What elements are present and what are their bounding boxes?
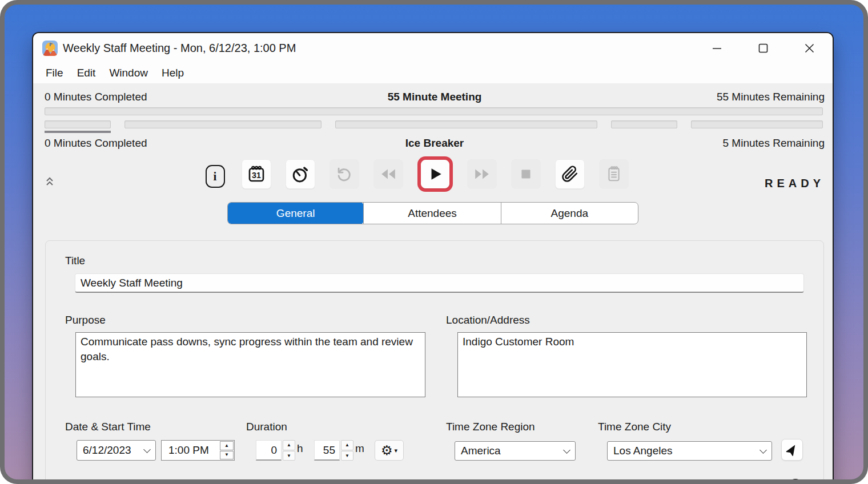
window-controls	[694, 33, 833, 63]
app-window: Weekly Staff Meeting - Mon, 6/12/23, 1:0…	[33, 33, 833, 479]
tz-region-select[interactable]: America	[455, 441, 576, 461]
maximize-button[interactable]	[740, 33, 786, 63]
menu-file[interactable]: File	[39, 65, 70, 81]
info-icon[interactable]: i	[206, 165, 225, 188]
minutes-down-button[interactable]: ▼	[341, 451, 353, 461]
tz-region-value: America	[461, 445, 501, 457]
tab-bar: General Attendees Agenda	[227, 202, 638, 224]
purpose-label: Purpose	[65, 314, 106, 326]
locate-timezone-button[interactable]	[781, 439, 803, 461]
duration-settings-button[interactable]: ⚙ ▾	[375, 440, 404, 461]
duration-hours-stepper[interactable]: 0 ▲ ▼	[256, 440, 295, 461]
chevron-down-icon	[563, 446, 570, 454]
time-down-button[interactable]: ▼	[220, 451, 234, 460]
title-label: Title	[65, 255, 85, 267]
rewind-button[interactable]	[373, 159, 403, 189]
cutoff-button-circle	[788, 479, 803, 479]
menu-help[interactable]: Help	[155, 65, 191, 81]
svg-text:31: 31	[252, 171, 261, 180]
chevron-down-icon	[760, 446, 767, 454]
time-value: 1:00 PM	[162, 441, 219, 460]
caret-down-icon: ▾	[395, 447, 398, 454]
tab-agenda[interactable]: Agenda	[501, 203, 638, 224]
window-title: Weekly Staff Meeting - Mon, 6/12/23, 1:0…	[63, 42, 296, 55]
title-input[interactable]	[75, 273, 804, 293]
date-start-label: Date & Start Time	[65, 421, 151, 433]
segment-bar-4	[691, 120, 823, 128]
segment-bars	[45, 120, 823, 128]
fast-forward-icon	[473, 166, 491, 183]
toolbar: i 31	[33, 156, 833, 192]
stop-icon	[519, 167, 533, 182]
date-value: 6/12/2023	[83, 444, 131, 457]
purpose-textarea[interactable]: Communicate pass downs, sync progress wi…	[75, 332, 425, 397]
segment-bar-2	[335, 120, 597, 128]
meeting-length-label: 55 Minute Meeting	[45, 91, 825, 103]
app-icon	[42, 41, 58, 56]
tz-city-value: Los Angeles	[613, 445, 673, 457]
reset-button[interactable]	[329, 159, 359, 189]
reset-icon	[336, 166, 352, 182]
segment-bar-3	[611, 120, 677, 128]
minutes-up-button[interactable]: ▲	[341, 440, 353, 450]
timer-button[interactable]	[286, 159, 315, 189]
tab-general[interactable]: General	[227, 202, 364, 224]
date-dropdown[interactable]: 6/12/2023	[77, 440, 156, 461]
attachment-button[interactable]	[555, 159, 585, 189]
overall-progress-labels: 0 Minutes Completed 55 Minute Meeting 55…	[45, 90, 825, 104]
tz-city-select[interactable]: Los Angeles	[607, 441, 772, 461]
timer-icon	[291, 165, 310, 183]
status-badge: READY	[765, 177, 825, 190]
screen-frame: Weekly Staff Meeting - Mon, 6/12/23, 1:0…	[0, 0, 868, 484]
segment-progress-labels: 0 Minutes Completed Ice Breaker 5 Minute…	[45, 136, 825, 150]
tz-region-label: Time Zone Region	[446, 421, 535, 433]
duration-hours-value: 0	[256, 440, 282, 461]
time-spinner[interactable]: 1:00 PM ▲ ▼	[161, 440, 235, 461]
paperclip-icon	[561, 166, 578, 183]
minutes-unit-label: m	[355, 442, 364, 455]
tz-city-label: Time Zone City	[598, 421, 671, 433]
notes-icon	[605, 166, 622, 183]
gear-icon: ⚙	[381, 444, 393, 457]
close-button[interactable]	[786, 33, 833, 63]
general-form-panel: Title Purpose Communicate pass downs, sy…	[45, 240, 824, 479]
play-button[interactable]	[421, 160, 449, 188]
calendar-button[interactable]: 31	[242, 159, 271, 189]
notes-button[interactable]	[599, 159, 629, 189]
segment-bar-0	[45, 120, 111, 128]
rewind-icon	[380, 166, 397, 183]
tab-attendees[interactable]: Attendees	[363, 203, 500, 224]
titlebar: Weekly Staff Meeting - Mon, 6/12/23, 1:0…	[33, 33, 833, 63]
time-up-button[interactable]: ▲	[220, 441, 234, 450]
duration-minutes-stepper[interactable]: 55 ▲ ▼	[314, 440, 353, 461]
desktop-background: Weekly Staff Meeting - Mon, 6/12/23, 1:0…	[5, 5, 863, 479]
play-icon	[427, 166, 444, 183]
location-label: Location/Address	[446, 314, 530, 326]
minimize-button[interactable]	[694, 33, 740, 63]
fast-forward-button[interactable]	[467, 159, 497, 189]
play-highlight-ring	[417, 156, 453, 192]
menubar: File Edit Window Help	[33, 63, 833, 83]
segment-name-label: Ice Breaker	[45, 137, 825, 150]
overall-progress-bar	[45, 107, 823, 115]
hours-unit-label: h	[297, 442, 303, 455]
segment-bar-1	[124, 120, 322, 128]
duration-minutes-value: 55	[314, 440, 340, 461]
hours-up-button[interactable]: ▲	[283, 440, 295, 450]
stop-button[interactable]	[511, 159, 541, 189]
location-textarea[interactable]: Indigo Customer Room	[457, 332, 807, 397]
duration-label: Duration	[246, 421, 287, 433]
hours-down-button[interactable]: ▼	[283, 451, 295, 461]
menu-window[interactable]: Window	[102, 65, 155, 81]
navigation-arrow-icon	[782, 440, 801, 459]
calendar-31-icon: 31	[247, 165, 266, 183]
chevron-down-icon	[143, 446, 151, 453]
menu-edit[interactable]: Edit	[70, 65, 103, 81]
